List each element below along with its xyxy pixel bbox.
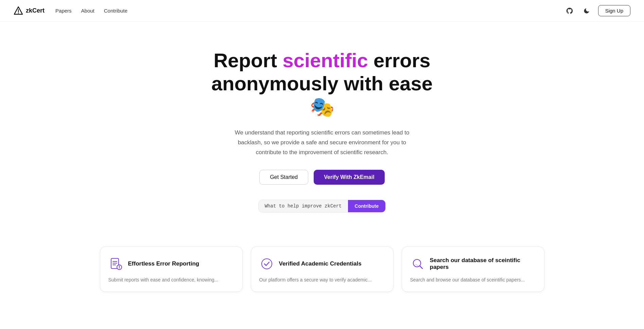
features-section: Effortless Error Reporting Submit report… [0,246,644,306]
logo-icon [14,6,23,16]
feature-desc-3: Search and browse our database of sceint… [410,276,536,284]
feature-card-search: Search our database of sceintific papers… [402,246,544,292]
nav-left: zkCert Papers About Contribute [14,6,127,16]
svg-line-12 [420,266,422,269]
banner-contribute-button[interactable]: Contribute [348,200,386,212]
hero-emoji: 🎭 [310,96,334,118]
feature-card-credentials: Verified Academic Credentials Our platfo… [251,246,394,292]
nav-link-papers[interactable]: Papers [55,8,72,14]
feature-desc-1: Submit reports with ease and confidence,… [108,276,234,284]
nav-link-contribute[interactable]: Contribute [104,8,127,14]
feature-title-2: Verified Academic Credentials [279,260,362,267]
feature-card-header-2: Verified Academic Credentials [259,256,385,271]
signup-button[interactable]: Sign Up [598,5,630,16]
verify-zkemail-button[interactable]: Verify With ZkEmail [314,170,384,185]
feature-title-1: Effortless Error Reporting [128,260,199,267]
contribute-banner: What to help improve zkCert Contribute [258,200,386,213]
hero-buttons: Get Started Verify With ZkEmail [259,170,384,185]
github-button[interactable] [564,5,575,16]
moon-icon [583,7,590,14]
logo-link[interactable]: zkCert [14,6,45,16]
hero-subtitle: We understand that reporting scientific … [234,128,411,158]
navbar: zkCert Papers About Contribute Sign Up [0,0,644,22]
check-circle-icon [259,256,274,271]
feature-card-error-reporting: Effortless Error Reporting Submit report… [100,246,243,292]
hero-title-accent: scientific [282,49,368,71]
svg-point-9 [119,268,120,269]
feature-card-header-3: Search our database of sceintific papers [410,256,536,271]
feature-desc-2: Our platform offers a secure way to veri… [259,276,385,284]
nav-link-about[interactable]: About [81,8,94,14]
svg-line-13 [416,264,418,266]
svg-point-10 [262,259,272,269]
hero-title-part1: Report [213,49,282,71]
svg-point-2 [18,13,19,13]
search-icon [410,256,425,271]
nav-right: Sign Up [564,5,630,16]
hero-title: Report scientific errors anonymously wit… [203,49,441,118]
get-started-button[interactable]: Get Started [259,170,308,185]
theme-toggle-button[interactable] [581,5,592,16]
github-icon [566,7,573,15]
feature-card-header-1: Effortless Error Reporting [108,256,234,271]
banner-text: What to help improve zkCert [259,200,348,212]
nav-links: Papers About Contribute [55,8,127,14]
logo-text: zkCert [26,7,45,14]
report-icon [108,256,123,271]
hero-section: Report scientific errors anonymously wit… [0,22,644,246]
feature-title-3: Search our database of sceintific papers [430,257,536,271]
